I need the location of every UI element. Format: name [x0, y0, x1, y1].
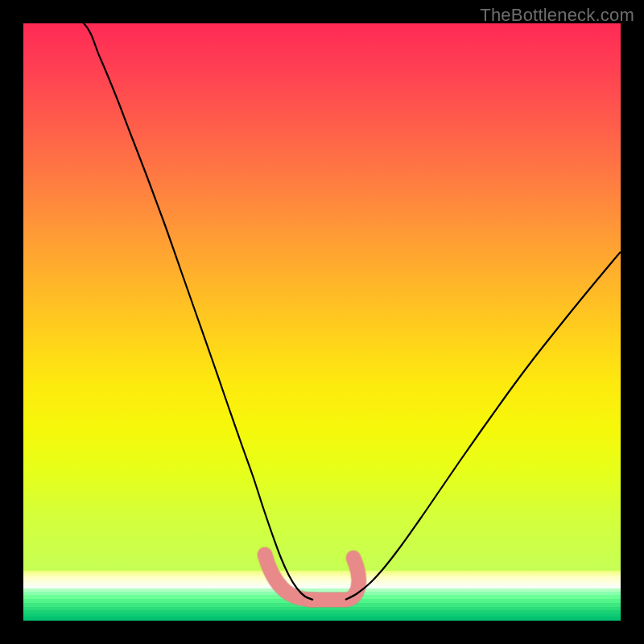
watermark-text: TheBottleneck.com [480, 5, 634, 26]
chart-plot-area [23, 23, 621, 621]
chart-svg [23, 23, 621, 621]
left-curve [49, 23, 313, 600]
right-curve [345, 252, 621, 600]
chart-frame: TheBottleneck.com [0, 0, 644, 644]
trough-marker [265, 555, 359, 600]
